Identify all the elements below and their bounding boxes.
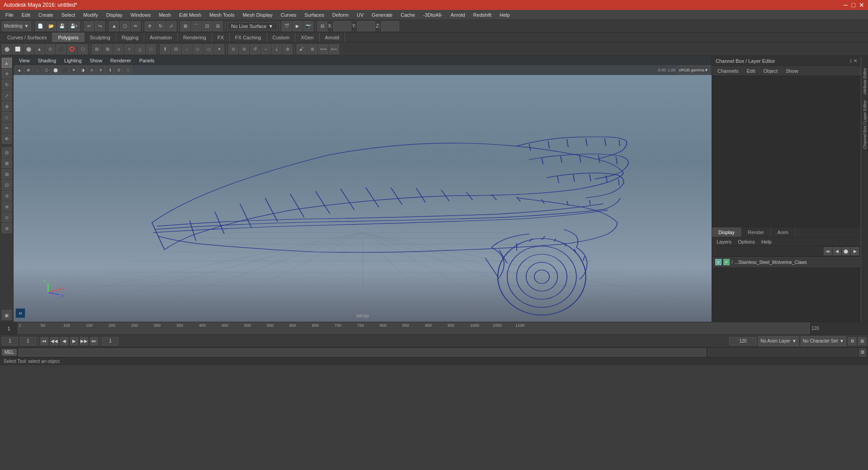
select-btn[interactable]: ▲ <box>109 21 119 31</box>
minimize-btn[interactable]: ─ <box>844 1 848 9</box>
playback-goto-start-btn[interactable]: ⏮ <box>40 337 48 345</box>
menu-mesh[interactable]: Mesh <box>155 11 175 19</box>
tab-sculpting[interactable]: Sculpting <box>85 33 116 42</box>
menu-redshift[interactable]: Redshift <box>470 11 495 19</box>
rotate-btn[interactable]: ↻ <box>156 21 165 31</box>
quad-btn[interactable]: □ <box>146 44 156 54</box>
playback-end-field[interactable]: 120 <box>729 337 756 345</box>
playback-settings-btn[interactable]: ⊞ <box>858 337 866 345</box>
char-set-dropdown[interactable]: No Character Set ▼ <box>801 336 846 346</box>
playback-tick-field[interactable]: 1 <box>102 337 118 345</box>
tab-animation[interactable]: Animation <box>144 33 178 42</box>
slide-edge-btn[interactable]: ↔ <box>261 44 271 54</box>
plane-icon-btn[interactable]: ⬛ <box>56 44 66 54</box>
display-layer2-btn[interactable]: ⊠ <box>2 158 12 168</box>
separate-icon-btn[interactable]: ⊠ <box>103 44 113 54</box>
z-field[interactable] <box>381 21 399 31</box>
playback-start-field[interactable]: 1 <box>2 337 18 345</box>
vp-isolate-btn[interactable]: ⊙ <box>115 66 123 74</box>
new-file-btn[interactable]: 📄 <box>35 21 45 31</box>
tab-polygons[interactable]: Polygons <box>52 33 84 42</box>
save-as-btn[interactable]: 💾+ <box>68 21 80 31</box>
vp-select-btn[interactable]: ▲ <box>15 66 24 74</box>
sculpt-btn[interactable]: ✏ <box>2 123 12 133</box>
universal-manip-btn[interactable]: ⊕ <box>2 101 12 111</box>
bevel-btn[interactable]: ◇ <box>193 44 203 54</box>
tab-render[interactable]: Render <box>741 227 771 237</box>
tab-display[interactable]: Display <box>712 227 741 237</box>
playback-goto-end-btn[interactable]: ⏭ <box>90 337 98 345</box>
cmd-settings-btn[interactable]: ⚙ <box>859 348 866 357</box>
snap-grid-btn[interactable]: ⊞ <box>180 21 190 31</box>
playback-step-back-btn[interactable]: ◀◀ <box>50 337 58 345</box>
display-layer8-btn[interactable]: ⊚ <box>2 223 12 233</box>
save-file-btn[interactable]: 💾 <box>57 21 67 31</box>
boolean-union-btn[interactable]: ∪ <box>113 44 123 54</box>
edit-menu-item[interactable]: Edit <box>743 67 759 75</box>
layer-visibility-btn[interactable]: V <box>715 259 722 265</box>
x-field[interactable] <box>333 21 351 31</box>
tab-custom[interactable]: Custom <box>267 33 296 42</box>
tab-fx[interactable]: FX <box>212 33 230 42</box>
snap-view-btn[interactable]: ⊟ <box>213 21 223 31</box>
menu-3dtoall[interactable]: -3DtoAll- <box>420 11 446 19</box>
scale-btn[interactable]: ⤢ <box>166 21 176 31</box>
smooth-icon-btn[interactable]: ≈ <box>124 44 134 54</box>
panel-close-btn[interactable]: ✕ <box>854 58 857 63</box>
extrude-face-btn[interactable]: ⬆ <box>160 44 170 54</box>
layer-type-btn[interactable]: P <box>723 259 730 265</box>
cylinder-icon-btn[interactable]: ⬤ <box>24 44 33 54</box>
layer-tool-btn4[interactable]: ▶ <box>851 247 859 255</box>
tab-arnold[interactable]: Arnold <box>320 33 345 42</box>
menu-create[interactable]: Create <box>35 11 57 19</box>
maximize-btn[interactable]: □ <box>852 1 855 9</box>
menu-uv[interactable]: UV <box>353 11 367 19</box>
close-btn[interactable]: ✕ <box>859 1 864 9</box>
display-layer4-btn[interactable]: ⊡ <box>2 180 12 190</box>
snap-curve-btn[interactable]: ⌒ <box>191 21 201 31</box>
undo-btn[interactable]: ↩ <box>84 21 94 31</box>
menu-surfaces[interactable]: Surfaces <box>301 11 328 19</box>
tab-curves-surfaces[interactable]: Curves / Surfaces <box>2 33 52 42</box>
mel-label[interactable]: MEL <box>2 349 17 356</box>
torus-icon-btn[interactable]: ⊙ <box>45 44 55 54</box>
menu-edit[interactable]: Edit <box>18 11 34 19</box>
timeline-ruler[interactable]: 1 50 100 150 200 250 300 350 400 450 500… <box>18 322 809 334</box>
menu-file[interactable]: File <box>2 11 17 19</box>
symmetry-btn[interactable]: ⟺ <box>318 44 328 54</box>
mirror-btn[interactable]: ⟸ <box>329 44 339 54</box>
scale-tool-btn[interactable]: ⤢ <box>2 90 12 100</box>
y-field[interactable] <box>357 21 375 31</box>
menu-arnold[interactable]: Arnold <box>447 11 469 19</box>
layer-tool-btn1[interactable]: ⏮ <box>824 247 832 255</box>
cube-icon-btn[interactable]: ⬜ <box>13 44 23 54</box>
menu-deform[interactable]: Deform <box>329 11 352 19</box>
rotate-tool-btn[interactable]: ↻ <box>2 80 12 89</box>
render-btn[interactable]: 🎬 <box>282 21 292 31</box>
tab-anim[interactable]: Anim <box>771 227 795 237</box>
display-layer5-btn[interactable]: ⊘ <box>2 191 12 201</box>
tab-xgen[interactable]: XGen <box>295 33 319 42</box>
gamma-dropdown[interactable]: sRGB gamma ▼ <box>678 66 710 74</box>
playback-back-btn[interactable]: ◀ <box>60 337 68 345</box>
vp-grid-btn[interactable]: # <box>97 66 105 74</box>
quick-layout-btn[interactable]: ▣ <box>2 310 12 320</box>
display-layer3-btn[interactable]: ⊞ <box>2 169 12 179</box>
wedge-btn[interactable]: ◁ <box>203 44 213 54</box>
menu-modify[interactable]: Modify <box>80 11 101 19</box>
preferences-btn[interactable]: ⚙ <box>848 337 856 345</box>
vp-shadow-btn[interactable]: ◑ <box>79 66 87 74</box>
ipr-btn[interactable]: ▶ <box>292 21 302 31</box>
vp-hud-btn[interactable]: ℹ <box>106 66 114 74</box>
disk-icon-btn[interactable]: ⭕ <box>67 44 77 54</box>
menu-display[interactable]: Display <box>103 11 126 19</box>
snap-point-btn[interactable]: ⊡ <box>202 21 212 31</box>
viewport-menu-show[interactable]: Show <box>86 57 106 64</box>
tab-rigging[interactable]: Rigging <box>116 33 144 42</box>
redo-btn[interactable]: ↪ <box>95 21 105 31</box>
no-live-surface-btn[interactable]: No Live Surface ▼ <box>227 22 277 30</box>
vp-aa-btn[interactable]: A <box>88 66 96 74</box>
vp-light-btn[interactable]: ☀ <box>70 66 78 74</box>
open-file-btn[interactable]: 📂 <box>46 21 56 31</box>
vp-snap-btn[interactable]: ⊕ <box>24 66 33 74</box>
